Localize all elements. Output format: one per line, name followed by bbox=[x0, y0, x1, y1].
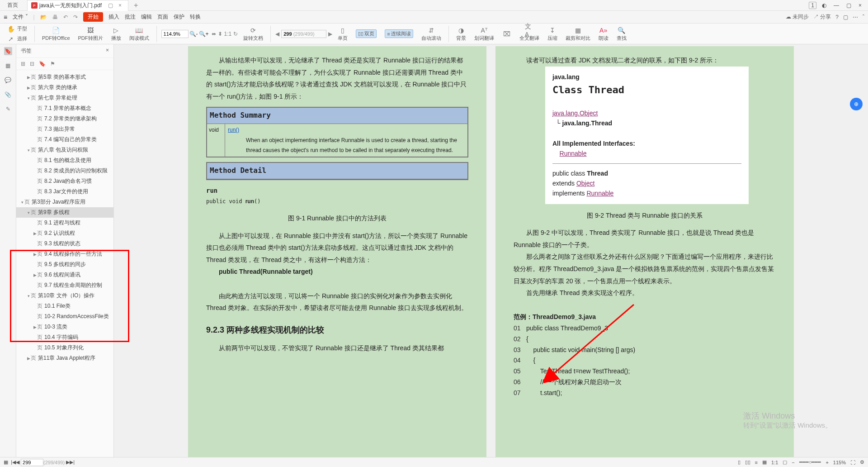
zoom-in-icon[interactable]: 🔍+ bbox=[199, 31, 209, 37]
bookmark-tree[interactable]: ▶页第5章 类的基本形式▶页第六章 类的继承▾页第七章 异常处理页7.1 异常的… bbox=[16, 70, 113, 457]
cw-icon[interactable]: ↻ bbox=[233, 31, 238, 37]
new-tab-button[interactable]: + bbox=[131, 1, 141, 10]
sb-next-page-icon[interactable]: ▶ bbox=[66, 459, 70, 465]
bookmark-item[interactable]: ▾页第9章 多线程 bbox=[16, 207, 113, 218]
menu-convert[interactable]: 转换 bbox=[190, 13, 201, 21]
javadoc-link[interactable]: Runnable bbox=[560, 150, 587, 157]
bookmark-item[interactable]: 页9.1 进程与线程 bbox=[16, 218, 113, 228]
compress[interactable]: ↧压缩 bbox=[545, 26, 560, 42]
bookmark-item[interactable]: ▶页9.6 线程间通讯 bbox=[16, 270, 113, 280]
menu-protect[interactable]: 保护 bbox=[174, 13, 184, 21]
sb-1to1-icon[interactable]: 1:1 bbox=[771, 460, 778, 465]
bookmark-item[interactable]: 页7.1 异常的基本概念 bbox=[16, 103, 113, 114]
tab-file[interactable]: P java从一无所知到入门.pdf ▢ × bbox=[27, 0, 128, 11]
sb-first-page-icon[interactable]: |◀ bbox=[11, 459, 16, 465]
page-input[interactable]: 299 (299/499) bbox=[281, 30, 326, 38]
expand-all-icon[interactable]: ⊞ bbox=[21, 61, 25, 67]
bookmark-item[interactable]: ▶页9.4 线程操作的一些方法 bbox=[16, 249, 113, 259]
float-action-icon[interactable]: ⊕ bbox=[850, 98, 863, 110]
bookmark-item[interactable]: 页9.3 线程的状态 bbox=[16, 238, 113, 249]
sb-view1-icon[interactable]: ▯ bbox=[738, 459, 741, 465]
redo-icon[interactable]: ↷ bbox=[73, 14, 78, 20]
bookmark-item[interactable]: 页10-2 RandomAccessFile类 bbox=[16, 311, 113, 322]
bookmark-item[interactable]: ▶页第六章 类的继承 bbox=[16, 82, 113, 93]
fit-page-icon[interactable]: ⬍ bbox=[218, 31, 222, 37]
menu-file[interactable]: 文件 ˅ bbox=[13, 13, 28, 21]
bookmark-item[interactable]: 页10.1 File类 bbox=[16, 301, 113, 311]
pdf-to-office[interactable]: 📄PDF转Office bbox=[39, 26, 73, 42]
actual-size-icon[interactable]: 1:1 bbox=[224, 31, 232, 37]
single-page[interactable]: ▯单页 bbox=[335, 26, 350, 42]
bookmark-item[interactable]: 页10.5 对象序列化 bbox=[16, 343, 113, 353]
share-button[interactable]: ↗ 分享 bbox=[813, 13, 831, 21]
sb-page-input[interactable] bbox=[21, 459, 43, 466]
bookmark-close-icon[interactable]: × bbox=[106, 47, 109, 55]
bookmark-item[interactable]: 页8.2 类成员的访问控制权限 bbox=[16, 166, 113, 176]
next-page-icon[interactable]: ▶ bbox=[328, 31, 332, 37]
undo-icon[interactable]: ↶ bbox=[63, 14, 68, 20]
bookmark-item[interactable]: 页8.1 包的概念及使用 bbox=[16, 155, 113, 166]
play-button[interactable]: ▷播放 bbox=[108, 26, 124, 42]
bookmark-item[interactable]: 页7.3 抛出异常 bbox=[16, 124, 113, 134]
comment-panel-icon[interactable]: 💬 bbox=[4, 76, 12, 84]
zoom-control[interactable]: 🔍- 🔍+ bbox=[161, 30, 209, 38]
bookmark-item[interactable]: 页8.3 Jar文件的使用 bbox=[16, 186, 113, 197]
bookmark-item[interactable]: ▶页9.2 认识线程 bbox=[16, 228, 113, 238]
hand-tool[interactable]: ✋手型 bbox=[4, 24, 30, 33]
menu-annotate[interactable]: 批注 bbox=[125, 13, 136, 21]
tab-close-icon[interactable]: × bbox=[116, 2, 124, 9]
sb-zoom-out-icon[interactable]: − bbox=[792, 460, 794, 465]
sb-fullscreen-icon[interactable]: ⛶ bbox=[850, 460, 855, 465]
avatar-icon[interactable]: ◐ bbox=[820, 1, 828, 10]
menu-edit[interactable]: 编辑 bbox=[141, 13, 152, 21]
collapse-ribbon-icon[interactable]: ˆ bbox=[863, 14, 864, 20]
sb-prev-page-icon[interactable]: ◀ bbox=[16, 459, 19, 465]
background[interactable]: ◑背景 bbox=[453, 26, 469, 42]
sb-last-page-icon[interactable]: ▶| bbox=[70, 459, 75, 465]
minimize-icon[interactable]: — bbox=[832, 1, 841, 10]
crop-compare[interactable]: ▦裁剪和对比 bbox=[563, 26, 593, 42]
sb-view2-icon[interactable]: ▯▯ bbox=[745, 459, 750, 465]
bookmark-item[interactable]: ▾页第七章 异常处理 bbox=[16, 93, 113, 103]
full-translate[interactable]: 文A全文翻译 bbox=[517, 26, 542, 42]
sb-fit-icon[interactable]: ▢ bbox=[783, 459, 787, 465]
auto-scroll[interactable]: ⇵自动滚动 bbox=[419, 26, 444, 42]
rotate-doc[interactable]: ⟳旋转文档 bbox=[241, 26, 266, 42]
more-icon[interactable]: ⋯ bbox=[853, 14, 858, 20]
method-link-run[interactable]: run() bbox=[228, 127, 239, 133]
sb-view3-icon[interactable]: ≡ bbox=[755, 460, 758, 465]
skin-icon[interactable]: ? bbox=[835, 14, 839, 20]
bookmark-item[interactable]: 页7.4 编写自己的异常类 bbox=[16, 134, 113, 145]
bookmark-item[interactable]: 页8.2 Java的命名习惯 bbox=[16, 176, 113, 186]
sb-more-icon[interactable]: ⚙ bbox=[860, 459, 864, 465]
close-window-icon[interactable]: × bbox=[857, 1, 863, 10]
pin-icon[interactable]: ▢ bbox=[843, 14, 848, 20]
bookmark-item[interactable]: 页7.2 异常类的继承架构 bbox=[16, 114, 113, 124]
menu-page[interactable]: 页面 bbox=[157, 13, 168, 21]
sb-zoom-in-icon[interactable]: + bbox=[826, 460, 828, 465]
bookmark-item[interactable]: ▶页第11章 Java Applet程序 bbox=[16, 353, 113, 363]
sb-view4-icon[interactable]: ▦ bbox=[762, 459, 767, 465]
print-icon[interactable]: 🖶 bbox=[52, 14, 58, 20]
prev-page-icon[interactable]: ◀ bbox=[275, 31, 279, 37]
read-aloud[interactable]: A»朗读 bbox=[596, 26, 611, 42]
zoom-input[interactable] bbox=[161, 30, 189, 38]
menu-insert[interactable]: 插入 bbox=[108, 13, 119, 21]
double-page[interactable]: ▯▯双页 bbox=[353, 29, 379, 38]
maximize-icon[interactable]: ▢ bbox=[844, 1, 853, 10]
hamburger-icon[interactable]: ≡ bbox=[4, 14, 7, 21]
pdf-to-image[interactable]: 🖼PDF转图片 bbox=[75, 26, 106, 42]
search[interactable]: 🔍查找 bbox=[614, 26, 629, 42]
tab-pin-icon[interactable]: ▢ bbox=[105, 2, 116, 9]
unsync-label[interactable]: ☁ 未同步 bbox=[786, 13, 809, 21]
signature-panel-icon[interactable]: ✎ bbox=[4, 105, 12, 113]
javadoc-link[interactable]: java.lang.Object bbox=[552, 110, 598, 117]
fit-width-icon[interactable]: ⬌ bbox=[212, 31, 216, 37]
sb-zoom-label[interactable]: 115% bbox=[833, 460, 846, 465]
menu-start[interactable]: 开始 bbox=[83, 12, 103, 22]
bookmark-panel-icon[interactable]: 🔖 bbox=[4, 47, 12, 55]
collapse-all-icon[interactable]: ⊟ bbox=[30, 61, 34, 67]
thumbnail-panel-icon[interactable]: ▦ bbox=[4, 62, 12, 70]
select-translate[interactable]: Aᵀ划词翻译 bbox=[472, 26, 497, 42]
ocr-icon[interactable]: ⌧ bbox=[500, 29, 514, 38]
